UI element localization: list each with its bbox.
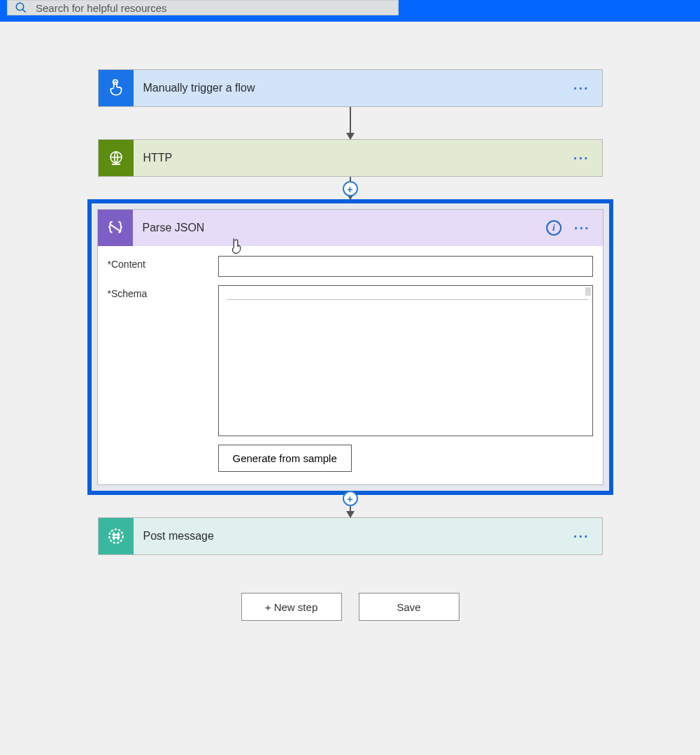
schema-input[interactable] [218,285,593,436]
save-button[interactable]: Save [359,593,459,621]
post-message-card[interactable]: Post message ··· [98,517,603,555]
schema-label: *Schema [108,285,218,299]
braces-icon [98,210,133,246]
parse-title: Parse JSON [133,222,546,234]
more-icon[interactable]: ··· [573,81,590,95]
parse-json-card[interactable]: Parse JSON i ··· *Content *Schema [97,209,603,485]
plus-icon: + [347,493,353,505]
touch-icon [99,70,134,106]
content-label: *Content [108,256,218,270]
hash-icon [99,518,134,554]
more-icon[interactable]: ··· [574,221,590,235]
search-icon [15,1,27,14]
more-icon[interactable]: ··· [573,151,590,165]
parse-body: *Content *Schema Generate from sample [98,246,603,484]
content-input[interactable] [218,256,593,277]
search-placeholder: Search for helpful resources [36,2,167,14]
svg-point-5 [109,529,123,543]
parse-json-highlight: Parse JSON i ··· *Content *Schema [87,199,613,495]
trigger-card[interactable]: Manually trigger a flow ··· [98,69,603,107]
top-bar: Search for helpful resources [0,0,700,22]
new-step-button[interactable]: + New step [241,593,342,621]
http-card[interactable]: HTTP ··· [98,139,603,177]
info-icon[interactable]: i [546,220,562,236]
globe-icon [99,140,134,176]
http-title: HTTP [134,152,573,164]
trigger-title: Manually trigger a flow [134,82,573,94]
post-title: Post message [134,530,573,542]
add-step-button[interactable]: + [343,491,358,506]
svg-line-1 [22,9,26,13]
connector-arrow [350,107,351,139]
more-icon[interactable]: ··· [573,529,590,543]
svg-point-0 [16,3,24,10]
plus-icon: + [347,183,353,195]
bottom-buttons: + New step Save [241,593,459,621]
generate-from-sample-button[interactable]: Generate from sample [218,445,352,472]
add-step-button[interactable]: + [343,181,358,196]
flow-canvas: Manually trigger a flow ··· HTTP ··· [0,22,700,621]
search-input[interactable]: Search for helpful resources [7,0,399,15]
svg-line-4 [110,225,120,231]
